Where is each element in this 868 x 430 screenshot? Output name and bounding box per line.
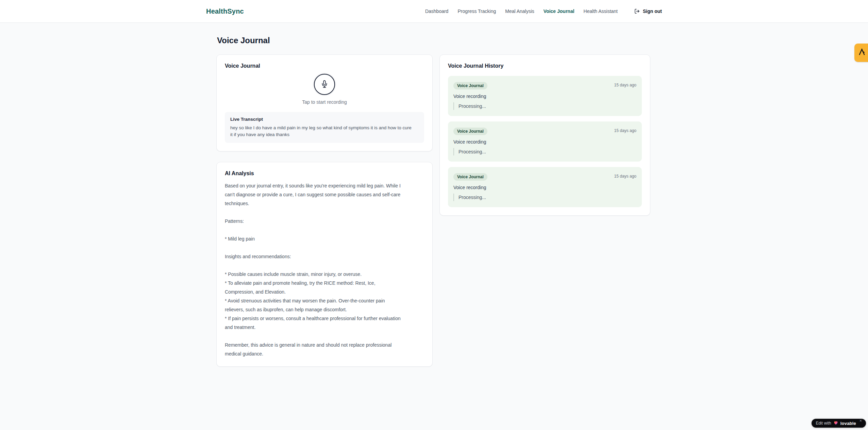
lovable-heart-icon	[833, 420, 838, 427]
top-navigation-bar: HealthSync Dashboard Progress Tracking M…	[0, 0, 868, 23]
history-entry[interactable]: Voice Journal 15 days ago Voice recordin…	[448, 167, 642, 207]
edit-with-label: Edit with	[816, 421, 831, 426]
entry-title: Voice recording	[453, 185, 636, 190]
page-title: Voice Journal	[217, 36, 652, 45]
entry-title: Voice recording	[453, 94, 636, 99]
edit-with-lovable-badge[interactable]: Edit with lovable ×	[812, 419, 866, 428]
main-nav: Dashboard Progress Tracking Meal Analysi…	[425, 9, 662, 14]
main-content: Voice Journal Voice Journal	[216, 23, 652, 367]
lovable-label: lovable	[840, 421, 856, 426]
entry-category-badge: Voice Journal	[453, 173, 487, 181]
entry-status: Processing...	[453, 102, 636, 110]
ai-analysis-card: AI Analysis Based on your journal entry,…	[216, 162, 433, 367]
nav-item-progress-tracking[interactable]: Progress Tracking	[457, 9, 496, 14]
nav-item-dashboard[interactable]: Dashboard	[425, 9, 449, 14]
entry-status: Processing...	[453, 194, 636, 201]
nav-item-voice-journal[interactable]: Voice Journal	[544, 9, 574, 14]
history-card-title: Voice Journal History	[448, 63, 642, 69]
nav-item-health-assistant[interactable]: Health Assistant	[584, 9, 618, 14]
entry-title: Voice recording	[453, 139, 636, 145]
history-entry[interactable]: Voice Journal 15 days ago Voice recordin…	[448, 121, 642, 162]
left-column: Voice Journal Tap to start recordin	[216, 54, 433, 367]
sign-out-label: Sign out	[643, 9, 662, 14]
record-button[interactable]	[314, 74, 335, 95]
edge-tool-tab[interactable]	[854, 44, 868, 62]
entry-timestamp: 15 days ago	[614, 128, 636, 133]
entry-timestamp: 15 days ago	[614, 174, 636, 179]
sign-out-button[interactable]: Sign out	[634, 9, 662, 14]
history-entry[interactable]: Voice Journal 15 days ago Voice recordin…	[448, 76, 642, 116]
live-transcript-box: Live Transcript hey so like I do have a …	[225, 112, 424, 143]
ai-analysis-text: Based on your journal entry, it sounds l…	[225, 181, 424, 358]
entry-timestamp: 15 days ago	[614, 83, 636, 87]
microphone-icon	[321, 80, 328, 89]
voice-recorder-card: Voice Journal Tap to start recordin	[216, 54, 433, 151]
voice-journal-history-card: Voice Journal History Voice Journal 15 d…	[439, 54, 650, 216]
right-column: Voice Journal History Voice Journal 15 d…	[439, 54, 650, 216]
tap-to-record-hint: Tap to start recording	[302, 99, 347, 105]
entry-status: Processing...	[453, 148, 636, 155]
live-transcript-label: Live Transcript	[230, 117, 419, 122]
a-logo-icon	[854, 48, 866, 58]
app-logo[interactable]: HealthSync	[206, 7, 244, 15]
live-transcript-text: hey so like I do have a mild pain in my …	[230, 125, 419, 138]
nav-item-meal-analysis[interactable]: Meal Analysis	[505, 9, 534, 14]
entry-category-badge: Voice Journal	[453, 82, 487, 89]
badge-close-icon[interactable]: ×	[859, 418, 862, 423]
history-list: Voice Journal 15 days ago Voice recordin…	[448, 76, 642, 207]
ai-analysis-title: AI Analysis	[225, 170, 424, 177]
entry-category-badge: Voice Journal	[453, 128, 487, 135]
log-out-icon	[634, 9, 640, 14]
recorder-card-title: Voice Journal	[225, 63, 424, 69]
